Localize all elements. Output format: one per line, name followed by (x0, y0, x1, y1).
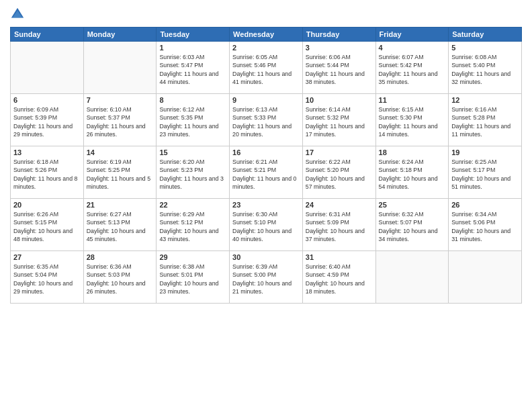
day-info: Sunrise: 6:03 AM Sunset: 5:47 PM Dayligh… (159, 53, 226, 86)
day-info: Sunrise: 6:32 AM Sunset: 5:07 PM Dayligh… (379, 210, 446, 243)
day-info: Sunrise: 6:15 AM Sunset: 5:30 PM Dayligh… (379, 105, 446, 138)
day-number: 25 (379, 201, 446, 209)
calendar-cell: 10Sunrise: 6:14 AM Sunset: 5:32 PM Dayli… (302, 94, 375, 146)
week-row-2: 6Sunrise: 6:09 AM Sunset: 5:39 PM Daylig… (11, 94, 522, 146)
weekday-header-tuesday: Tuesday (157, 28, 230, 42)
day-number: 9 (232, 96, 300, 104)
day-info: Sunrise: 6:10 AM Sunset: 5:37 PM Dayligh… (87, 105, 154, 138)
calendar-cell: 3Sunrise: 6:06 AM Sunset: 5:44 PM Daylig… (302, 42, 375, 94)
weekday-header-saturday: Saturday (449, 28, 522, 42)
header (10, 7, 522, 21)
calendar-cell: 5Sunrise: 6:08 AM Sunset: 5:40 PM Daylig… (449, 42, 522, 94)
calendar-cell: 13Sunrise: 6:18 AM Sunset: 5:26 PM Dayli… (11, 146, 84, 199)
calendar-cell: 9Sunrise: 6:13 AM Sunset: 5:33 PM Daylig… (230, 94, 303, 146)
day-info: Sunrise: 6:19 AM Sunset: 5:25 PM Dayligh… (87, 158, 154, 191)
calendar-cell: 11Sunrise: 6:15 AM Sunset: 5:30 PM Dayli… (375, 94, 449, 146)
calendar-cell: 17Sunrise: 6:22 AM Sunset: 5:20 PM Dayli… (302, 146, 375, 199)
calendar-cell: 18Sunrise: 6:24 AM Sunset: 5:18 PM Dayli… (375, 146, 449, 199)
day-info: Sunrise: 6:12 AM Sunset: 5:35 PM Dayligh… (159, 105, 226, 138)
day-number: 3 (306, 44, 373, 52)
day-number: 15 (159, 148, 226, 156)
day-number: 19 (451, 148, 519, 156)
day-number: 6 (13, 96, 81, 104)
day-info: Sunrise: 6:25 AM Sunset: 5:17 PM Dayligh… (451, 158, 519, 191)
day-info: Sunrise: 6:39 AM Sunset: 5:00 PM Dayligh… (232, 263, 300, 295)
day-number: 22 (159, 201, 226, 209)
calendar-cell: 19Sunrise: 6:25 AM Sunset: 5:17 PM Dayli… (449, 146, 522, 199)
calendar-cell: 15Sunrise: 6:20 AM Sunset: 5:23 PM Dayli… (157, 146, 230, 199)
day-info: Sunrise: 6:13 AM Sunset: 5:33 PM Dayligh… (232, 105, 300, 138)
weekday-header-sunday: Sunday (11, 28, 84, 42)
day-info: Sunrise: 6:34 AM Sunset: 5:06 PM Dayligh… (451, 210, 519, 243)
day-info: Sunrise: 6:26 AM Sunset: 5:15 PM Dayligh… (13, 210, 81, 243)
weekday-header-wednesday: Wednesday (230, 28, 303, 42)
day-number: 5 (451, 44, 519, 52)
calendar-cell: 29Sunrise: 6:38 AM Sunset: 5:01 PM Dayli… (157, 251, 230, 304)
day-number: 1 (159, 44, 226, 52)
calendar-cell: 7Sunrise: 6:10 AM Sunset: 5:37 PM Daylig… (83, 94, 157, 146)
day-number: 13 (13, 148, 81, 156)
day-number: 27 (13, 253, 81, 261)
day-number: 14 (87, 148, 154, 156)
day-number: 4 (379, 44, 446, 52)
day-number: 2 (232, 44, 300, 52)
calendar-cell (83, 42, 157, 94)
calendar-cell: 8Sunrise: 6:12 AM Sunset: 5:35 PM Daylig… (157, 94, 230, 146)
week-row-3: 13Sunrise: 6:18 AM Sunset: 5:26 PM Dayli… (11, 146, 522, 199)
calendar-cell: 28Sunrise: 6:36 AM Sunset: 5:03 PM Dayli… (83, 251, 157, 304)
calendar-cell: 26Sunrise: 6:34 AM Sunset: 5:06 PM Dayli… (449, 199, 522, 251)
day-number: 24 (306, 201, 373, 209)
day-info: Sunrise: 6:06 AM Sunset: 5:44 PM Dayligh… (306, 53, 373, 86)
day-number: 30 (232, 253, 300, 261)
day-number: 23 (232, 201, 300, 209)
day-number: 26 (451, 201, 519, 209)
day-info: Sunrise: 6:07 AM Sunset: 5:42 PM Dayligh… (379, 53, 446, 86)
calendar-cell: 21Sunrise: 6:27 AM Sunset: 5:13 PM Dayli… (83, 199, 157, 251)
calendar-cell: 12Sunrise: 6:16 AM Sunset: 5:28 PM Dayli… (449, 94, 522, 146)
day-info: Sunrise: 6:05 AM Sunset: 5:46 PM Dayligh… (232, 53, 300, 86)
day-info: Sunrise: 6:29 AM Sunset: 5:12 PM Dayligh… (159, 210, 226, 243)
day-info: Sunrise: 6:20 AM Sunset: 5:23 PM Dayligh… (159, 158, 226, 191)
calendar-cell: 27Sunrise: 6:35 AM Sunset: 5:04 PM Dayli… (11, 251, 84, 304)
day-info: Sunrise: 6:36 AM Sunset: 5:03 PM Dayligh… (87, 263, 154, 295)
day-info: Sunrise: 6:38 AM Sunset: 5:01 PM Dayligh… (159, 263, 226, 295)
logo (10, 7, 28, 21)
logo-icon (10, 7, 25, 21)
day-info: Sunrise: 6:21 AM Sunset: 5:21 PM Dayligh… (232, 158, 300, 191)
day-info: Sunrise: 6:16 AM Sunset: 5:28 PM Dayligh… (451, 105, 519, 138)
day-info: Sunrise: 6:24 AM Sunset: 5:18 PM Dayligh… (379, 158, 446, 191)
day-number: 17 (306, 148, 373, 156)
day-info: Sunrise: 6:30 AM Sunset: 5:10 PM Dayligh… (232, 210, 300, 243)
day-info: Sunrise: 6:27 AM Sunset: 5:13 PM Dayligh… (87, 210, 154, 243)
calendar-cell: 1Sunrise: 6:03 AM Sunset: 5:47 PM Daylig… (157, 42, 230, 94)
calendar-cell: 25Sunrise: 6:32 AM Sunset: 5:07 PM Dayli… (375, 199, 449, 251)
calendar-cell: 16Sunrise: 6:21 AM Sunset: 5:21 PM Dayli… (230, 146, 303, 199)
day-info: Sunrise: 6:08 AM Sunset: 5:40 PM Dayligh… (451, 53, 519, 86)
day-info: Sunrise: 6:35 AM Sunset: 5:04 PM Dayligh… (13, 263, 81, 295)
day-number: 11 (379, 96, 446, 104)
day-number: 31 (306, 253, 373, 261)
day-number: 28 (87, 253, 154, 261)
day-number: 18 (379, 148, 446, 156)
day-info: Sunrise: 6:09 AM Sunset: 5:39 PM Dayligh… (13, 105, 81, 138)
calendar-cell: 4Sunrise: 6:07 AM Sunset: 5:42 PM Daylig… (375, 42, 449, 94)
calendar-cell: 14Sunrise: 6:19 AM Sunset: 5:25 PM Dayli… (83, 146, 157, 199)
calendar-cell: 30Sunrise: 6:39 AM Sunset: 5:00 PM Dayli… (230, 251, 303, 304)
weekday-header-friday: Friday (375, 28, 449, 42)
day-info: Sunrise: 6:31 AM Sunset: 5:09 PM Dayligh… (306, 210, 373, 243)
day-number: 7 (87, 96, 154, 104)
week-row-4: 20Sunrise: 6:26 AM Sunset: 5:15 PM Dayli… (11, 199, 522, 251)
day-number: 12 (451, 96, 519, 104)
calendar-cell: 6Sunrise: 6:09 AM Sunset: 5:39 PM Daylig… (11, 94, 84, 146)
calendar-cell: 24Sunrise: 6:31 AM Sunset: 5:09 PM Dayli… (302, 199, 375, 251)
day-number: 21 (87, 201, 154, 209)
calendar-cell: 31Sunrise: 6:40 AM Sunset: 4:59 PM Dayli… (302, 251, 375, 304)
week-row-5: 27Sunrise: 6:35 AM Sunset: 5:04 PM Dayli… (11, 251, 522, 304)
day-number: 16 (232, 148, 300, 156)
day-info: Sunrise: 6:40 AM Sunset: 4:59 PM Dayligh… (306, 263, 373, 295)
weekday-header-row: SundayMondayTuesdayWednesdayThursdayFrid… (11, 28, 522, 42)
page: SundayMondayTuesdayWednesdayThursdayFrid… (0, 0, 532, 411)
calendar-cell (449, 251, 522, 304)
day-info: Sunrise: 6:14 AM Sunset: 5:32 PM Dayligh… (306, 105, 373, 138)
calendar-cell (375, 251, 449, 304)
